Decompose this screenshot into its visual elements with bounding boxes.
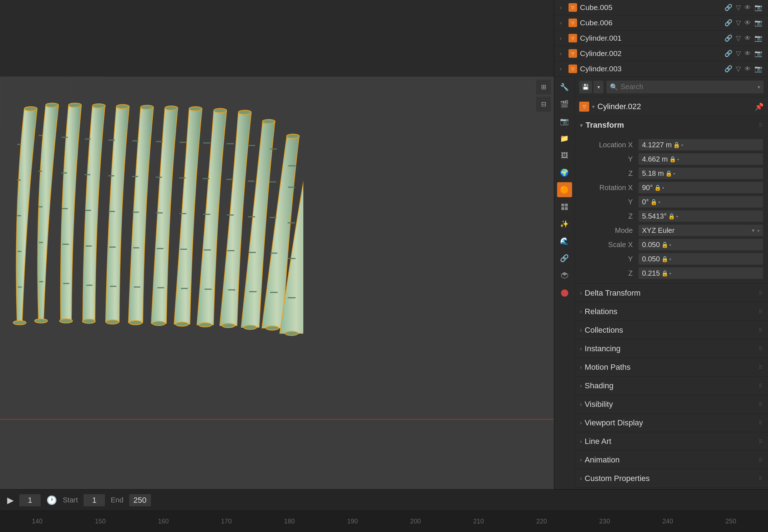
outliner-row-1[interactable]: › ▽ Cube.006 🔗 ▽ 👁 📷 (554, 15, 768, 31)
current-frame[interactable]: 1 (19, 494, 41, 506)
outliner-row-4[interactable]: › ▽ Cylinder.003 🔗 ▽ 👁 📷 (554, 61, 768, 77)
scale-z-lock[interactable]: 🔒 (661, 270, 668, 277)
camera-icon-0[interactable]: 📷 (754, 4, 762, 11)
rotation-x-field[interactable]: 90° 🔒 ● (638, 182, 763, 193)
render-icon[interactable]: 📷 (557, 114, 572, 129)
obj-name-1[interactable]: Cube.006 (580, 19, 722, 27)
material-icon[interactable]: ⬤ (557, 285, 572, 300)
custom-properties-section[interactable]: › Custom Properties ⠿ (575, 469, 768, 488)
visibility-section[interactable]: › Visibility ⠿ (575, 395, 768, 414)
link-icon-4[interactable]: 🔗 (724, 65, 732, 73)
camera-icon-2[interactable]: 📷 (754, 34, 762, 42)
pin-icon[interactable]: 📌 (755, 102, 764, 111)
location-z-field[interactable]: 5.18 m 🔒 ● (638, 168, 763, 179)
obj-name-2[interactable]: Cylinder.001 (580, 34, 722, 42)
rotation-z-lock[interactable]: 🔒 (668, 213, 675, 220)
animation-section[interactable]: › Animation ⠿ (575, 451, 768, 469)
filter-icon-0[interactable]: ▽ (736, 4, 741, 11)
expand-icon-0[interactable]: › (560, 5, 566, 10)
expand-icon-3[interactable]: › (560, 51, 566, 56)
modifier-icon[interactable] (557, 199, 572, 214)
physics-icon[interactable]: 🌊 (557, 234, 572, 249)
rotation-y-lock[interactable]: 🔒 (650, 199, 657, 205)
location-y-dot[interactable]: ● (677, 157, 679, 161)
mode-select[interactable]: XYZ Euler ▾ ● (638, 225, 763, 236)
eye-icon-1[interactable]: 👁 (744, 19, 751, 27)
viewport-display-section[interactable]: › Viewport Display ⠿ (575, 414, 768, 432)
obj-name-3[interactable]: Cylinder.002 (580, 49, 722, 58)
timeline-ruler[interactable]: 140 150 160 170 180 190 200 210 220 230 … (0, 511, 768, 532)
object-name-text[interactable]: Cylinder.022 (597, 102, 752, 111)
scale-z-field[interactable]: 0.215 🔒 ● (638, 267, 763, 279)
view-layer-icon[interactable]: 🖼 (557, 148, 572, 163)
scale-y-dot[interactable]: ● (669, 257, 671, 261)
mode-dot[interactable]: ● (757, 229, 759, 232)
filter-icon-1[interactable]: ▽ (736, 19, 741, 27)
eye-icon-2[interactable]: 👁 (744, 35, 751, 42)
filter-icon-3[interactable]: ▽ (736, 50, 741, 57)
location-x-lock[interactable]: 🔒 (673, 142, 680, 148)
location-x-field[interactable]: 4.1227 m 🔒 ● (638, 139, 763, 150)
play-button[interactable]: ▶ (7, 495, 14, 505)
camera-icon-1[interactable]: 📷 (754, 19, 762, 27)
eye-icon-0[interactable]: 👁 (744, 4, 751, 11)
link-icon-2[interactable]: 🔗 (724, 34, 732, 42)
location-y-lock[interactable]: 🔒 (669, 156, 676, 163)
world-icon[interactable]: 🌍 (557, 165, 572, 180)
end-frame[interactable]: 250 (129, 494, 151, 506)
start-frame[interactable]: 1 (84, 494, 105, 506)
instancing-section[interactable]: › Instancing ⠿ (575, 339, 768, 358)
shading-section[interactable]: › Shading ⠿ (575, 377, 768, 395)
eye-icon-3[interactable]: 👁 (744, 50, 751, 57)
rotation-z-dot[interactable]: ● (676, 214, 678, 218)
link-icon-1[interactable]: 🔗 (724, 19, 732, 27)
search-input-wrap[interactable]: 🔍 ▾ (606, 81, 764, 93)
constraints-icon[interactable]: 🔗 (557, 251, 572, 266)
scale-x-lock[interactable]: 🔒 (661, 241, 668, 248)
scale-z-dot[interactable]: ● (669, 271, 671, 275)
rotation-x-lock[interactable]: 🔒 (654, 184, 661, 191)
expand-icon-2[interactable]: › (560, 35, 566, 41)
tool-icon[interactable]: 🔧 (557, 80, 572, 94)
scale-x-dot[interactable]: ● (669, 243, 671, 247)
outliner-row-2[interactable]: › ▽ Cylinder.001 🔗 ▽ 👁 📷 (554, 31, 768, 46)
rotation-z-field[interactable]: 5.5413° 🔒 ● (638, 210, 763, 222)
relations-section[interactable]: › Relations ⠿ (575, 302, 768, 321)
location-y-field[interactable]: 4.662 m 🔒 ● (638, 153, 763, 165)
link-icon-0[interactable]: 🔗 (724, 4, 732, 11)
link-icon-3[interactable]: 🔗 (724, 50, 732, 57)
line-art-section[interactable]: › Line Art ⠿ (575, 432, 768, 451)
scale-y-field[interactable]: 0.050 🔒 ● (638, 253, 763, 265)
filter-icon-4[interactable]: ▽ (736, 65, 741, 73)
output-icon[interactable]: 📁 (557, 131, 572, 146)
particles-icon[interactable]: ✨ (557, 216, 572, 231)
motion-paths-section[interactable]: › Motion Paths ⠿ (575, 358, 768, 377)
search-input[interactable] (621, 83, 755, 91)
location-z-dot[interactable]: ● (673, 172, 675, 175)
obj-name-4[interactable]: Cylinder.003 (580, 65, 722, 73)
object-icon[interactable]: 🟠 (557, 182, 572, 197)
save-button[interactable]: 💾 (579, 81, 592, 93)
expand-icon-4[interactable]: › (560, 66, 566, 72)
viewport-render-icon[interactable]: ⊞ (536, 80, 551, 94)
rotation-y-dot[interactable]: ● (658, 200, 660, 204)
scene-icon[interactable]: 🎬 (557, 97, 572, 112)
viewport-layout-icon[interactable]: ⊟ (536, 97, 551, 112)
collections-section[interactable]: › Collections ⠿ (575, 321, 768, 339)
rotation-y-field[interactable]: 0° 🔒 ● (638, 196, 763, 208)
delta-transform-section[interactable]: › Delta Transform ⠿ (575, 284, 768, 302)
location-z-lock[interactable]: 🔒 (665, 170, 672, 177)
obj-name-0[interactable]: Cube.005 (580, 3, 722, 12)
scale-x-field[interactable]: 0.050 🔒 ● (638, 239, 763, 250)
filter-icon-2[interactable]: ▽ (736, 34, 741, 42)
viewport[interactable]: ⊞ ⊟ (0, 77, 554, 489)
object-type-dropdown[interactable]: ▾ (592, 104, 595, 109)
transform-header[interactable]: ▾ Transform ⠿ (575, 116, 768, 134)
eye-icon-4[interactable]: 👁 (744, 65, 751, 73)
scale-y-lock[interactable]: 🔒 (661, 256, 668, 262)
rotation-x-dot[interactable]: ● (662, 186, 664, 190)
camera-icon-4[interactable]: 📷 (754, 65, 762, 73)
outliner-row-3[interactable]: › ▽ Cylinder.002 🔗 ▽ 👁 📷 (554, 46, 768, 61)
data-icon[interactable] (557, 268, 572, 283)
camera-icon-3[interactable]: 📷 (754, 50, 762, 57)
